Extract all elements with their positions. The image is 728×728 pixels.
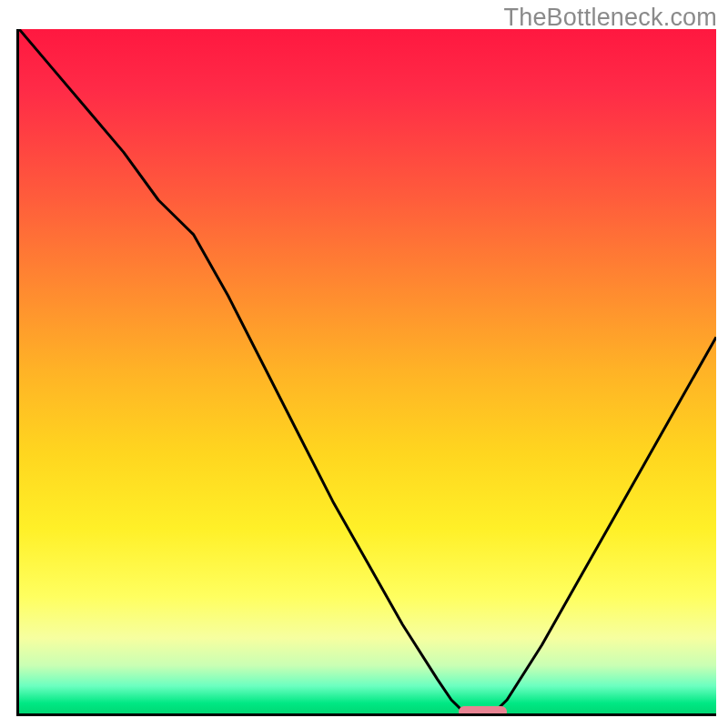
bottleneck-curve (19, 29, 716, 713)
curve-svg (19, 29, 716, 713)
watermark-text: TheBottleneck.com (503, 4, 717, 32)
chart-container: TheBottleneck.com (0, 0, 728, 728)
optimal-range-marker (459, 706, 508, 716)
plot-area (16, 29, 716, 716)
